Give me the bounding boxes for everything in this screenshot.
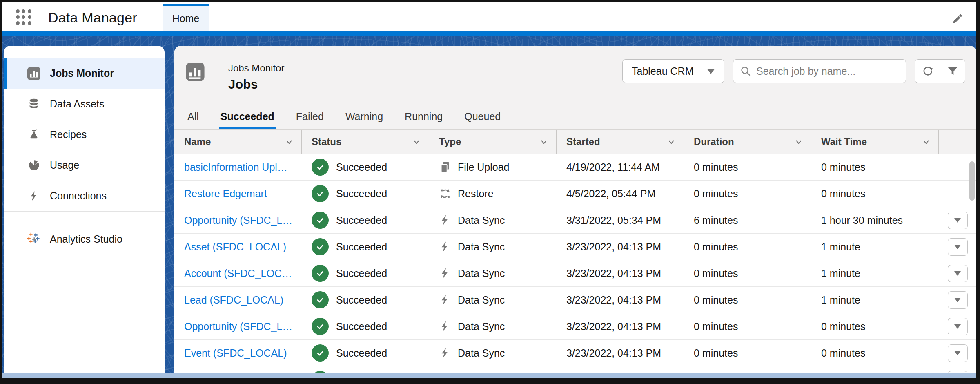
jobs-object-icon (185, 62, 205, 82)
data-sync-lightning-icon (439, 214, 451, 226)
job-name-link[interactable]: Account (SFDC_LOC… (184, 268, 292, 279)
search-input[interactable] (756, 65, 899, 77)
tab-home-label: Home (172, 13, 200, 24)
edit-pencil-icon[interactable] (951, 12, 964, 25)
job-name-link[interactable]: Event (SFDC_LOCAL) (184, 347, 287, 359)
window-bottom-edge (2, 373, 976, 378)
data-sync-lightning-icon (439, 267, 451, 279)
started-value: 3/23/2022, 04:13 PM (557, 347, 684, 359)
column-header-status[interactable]: Status (302, 130, 429, 154)
check-circle-icon (312, 185, 329, 202)
status-label: Succeeded (336, 268, 387, 279)
sidebar-item-jobs-monitor[interactable]: Jobs Monitor (4, 58, 165, 89)
flask-icon (27, 128, 41, 142)
data-sync-lightning-icon (439, 294, 451, 306)
row-action-button[interactable] (948, 318, 968, 335)
row-action-button[interactable] (948, 238, 968, 256)
row-action-button[interactable] (948, 291, 968, 309)
status-label: Succeeded (336, 161, 387, 173)
chevron-down-icon[interactable] (666, 137, 676, 147)
table-body: basicInformation Upl… Succeeded File Upl… (174, 154, 976, 366)
column-header-started[interactable]: Started (557, 130, 684, 154)
triangle-down-icon (954, 351, 961, 355)
page-background: Jobs Monitor Data Assets (2, 36, 976, 373)
page-title: Jobs (228, 77, 284, 92)
table-row: Account (SFDC_LOC… Succeeded Data Sync 3… (174, 260, 976, 287)
triangle-down-icon (954, 271, 961, 276)
tab-warning[interactable]: Warning (344, 103, 384, 129)
bar-chart-icon (27, 67, 41, 80)
sidebar-item-connections[interactable]: Connections (4, 181, 165, 211)
type-label: Data Sync (458, 347, 505, 359)
sidebar-divider (4, 211, 165, 212)
jobs-table: Name Status Type Started (174, 129, 976, 373)
check-circle-icon (312, 344, 329, 362)
job-name-link[interactable]: Restore Edgemart (184, 188, 267, 199)
row-action-button[interactable] (948, 344, 968, 362)
job-name-link[interactable]: Opportunity (SFDC_L… (184, 321, 292, 332)
duration-value: 0 minutes (684, 241, 811, 253)
chevron-down-icon[interactable] (412, 137, 421, 147)
sidebar-item-label: Recipes (50, 129, 87, 141)
check-circle-icon (312, 318, 329, 335)
app-selector-dropdown[interactable]: Tableau CRM (622, 59, 724, 83)
column-header-name[interactable]: Name (174, 130, 302, 154)
jobs-panel: Jobs Monitor Jobs Tableau CRM (174, 46, 976, 373)
check-circle-icon (312, 291, 329, 308)
sidebar-item-analytics-studio[interactable]: Analytics Studio (4, 224, 165, 255)
restore-icon (439, 188, 451, 200)
search-container (733, 59, 906, 83)
chevron-down-icon[interactable] (794, 137, 804, 147)
chevron-down-icon[interactable] (539, 137, 549, 147)
sidebar-item-usage[interactable]: Usage (4, 150, 165, 181)
wait-time-value: 0 minutes (811, 188, 939, 200)
table-row: Restore Edgemart Succeeded Restore 4/5/2… (174, 181, 976, 207)
wait-time-value: 1 minute (811, 294, 939, 306)
duration-value: 0 minutes (684, 347, 811, 359)
sidebar-item-recipes[interactable]: Recipes (4, 119, 165, 150)
tab-queued[interactable]: Queued (463, 103, 502, 129)
app-launcher-icon[interactable] (15, 8, 33, 26)
filter-icon (947, 65, 959, 77)
job-name-link[interactable]: basicInformation Upl… (184, 161, 287, 173)
wait-time-value: 0 minutes (811, 347, 939, 359)
check-circle-icon (312, 238, 329, 255)
column-header-type[interactable]: Type (429, 130, 557, 154)
table-row: Lead (SFDC_LOCAL) Succeeded Data Sync 3/… (174, 287, 976, 313)
chevron-down-icon[interactable] (284, 137, 294, 147)
tab-running[interactable]: Running (403, 103, 444, 129)
status-label: Succeeded (336, 347, 387, 359)
row-action-button[interactable] (948, 212, 968, 229)
tab-all[interactable]: All (186, 103, 200, 129)
triangle-down-icon (954, 324, 961, 329)
tab-home[interactable]: Home (163, 4, 209, 31)
data-sync-lightning-icon (439, 241, 451, 253)
check-circle-icon (312, 265, 329, 282)
check-circle-icon (312, 159, 329, 176)
started-value: 4/19/2022, 11:44 AM (557, 161, 684, 173)
filter-button[interactable] (940, 60, 965, 83)
column-header-wait-time[interactable]: Wait Time (811, 130, 939, 154)
status-tabs: All Succeeded Failed Warning Running Que… (186, 103, 502, 129)
row-action-button[interactable] (948, 265, 968, 282)
triangle-down-icon (954, 245, 961, 249)
duration-value: 0 minutes (684, 294, 811, 306)
refresh-button[interactable] (915, 60, 940, 83)
wait-time-value: 1 minute (811, 241, 939, 253)
job-name-link[interactable]: Asset (SFDC_LOCAL) (184, 241, 286, 252)
chevron-down-icon[interactable] (921, 137, 931, 147)
type-label: Data Sync (458, 268, 505, 279)
app-title: Data Manager (48, 2, 137, 31)
tab-succeeded[interactable]: Succeeded (219, 103, 276, 129)
vertical-scrollbar-thumb[interactable] (969, 161, 975, 201)
type-label: Data Sync (458, 214, 505, 226)
duration-value: 6 minutes (684, 214, 811, 226)
duration-value: 0 minutes (684, 161, 811, 173)
job-name-link[interactable]: Opportunity (SFDC_L… (184, 214, 292, 226)
wait-time-value: 0 minutes (811, 161, 939, 173)
table-row: basicInformation Upl… Succeeded File Upl… (174, 154, 976, 181)
job-name-link[interactable]: Lead (SFDC_LOCAL) (184, 294, 283, 306)
column-header-duration[interactable]: Duration (684, 130, 811, 154)
sidebar-item-data-assets[interactable]: Data Assets (4, 89, 165, 119)
tab-failed[interactable]: Failed (295, 103, 325, 129)
